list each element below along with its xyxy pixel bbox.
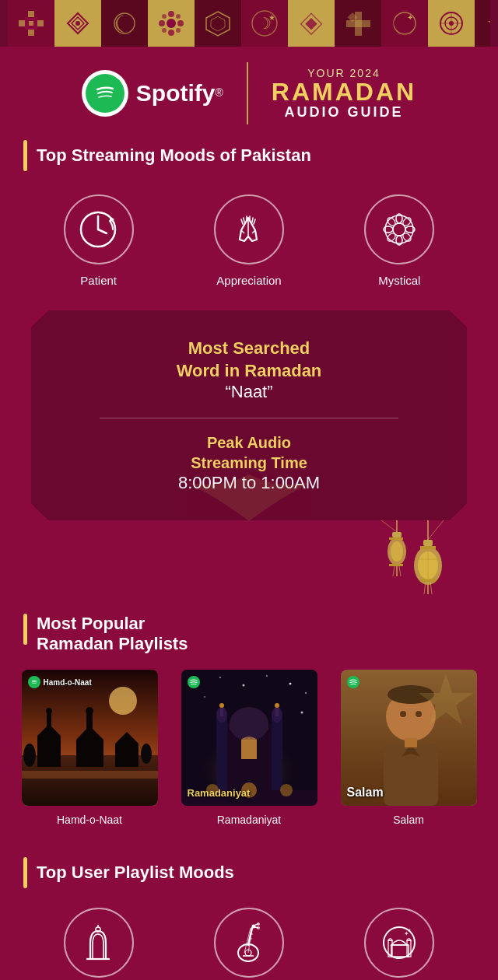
- flower-mandala-icon: [378, 208, 421, 251]
- svg-marker-18: [211, 16, 225, 31]
- playlist-item-salam[interactable]: Salam Salam: [338, 670, 479, 826]
- top-border: ☽ ★ ✦: [0, 0, 498, 47]
- mood-icon-mystical-circle: [364, 194, 434, 264]
- svg-rect-117: [241, 740, 257, 759]
- svg-point-104: [300, 712, 303, 714]
- svg-point-112: [219, 703, 224, 708]
- center-card: Most SearchedWord in Ramadan “Naat” Peak…: [31, 310, 467, 520]
- svg-point-140: [252, 924, 256, 928]
- svg-rect-130: [405, 738, 417, 747]
- svg-point-72: [391, 541, 403, 562]
- tile-icon-6: ☽ ★: [249, 8, 280, 39]
- hamd-cover-art: [22, 670, 158, 806]
- playlists-heading-block: Most Popular Ramadan Playlists: [0, 598, 498, 670]
- mood-icon-patient-circle: [64, 194, 134, 264]
- user-mood-item-soothing: Soothing: [214, 908, 284, 980]
- tile-icon-5: [205, 10, 232, 37]
- svg-rect-70: [389, 537, 403, 540]
- user-moods-heading: Top User Playlist Moods: [23, 857, 475, 888]
- tile-icon-11: [485, 10, 491, 37]
- ramadaniyat-cover-label: Ramadaniyat: [188, 787, 251, 799]
- svg-rect-84: [47, 712, 51, 728]
- svg-point-89: [86, 707, 93, 715]
- svg-line-78: [399, 566, 401, 576]
- svg-point-9: [168, 11, 174, 17]
- svg-rect-88: [86, 712, 93, 730]
- guide-ramadan: RAMADAN: [272, 79, 416, 104]
- user-mood-icon-peaceful-circle: ✦ ✦: [364, 908, 434, 978]
- svg-line-39: [98, 229, 107, 233]
- tile-icon-3: [111, 10, 139, 37]
- mood-item-mystical: Mystical: [364, 194, 434, 287]
- mood-label-patient: Patient: [80, 274, 117, 287]
- svg-point-10: [168, 30, 174, 36]
- svg-rect-25: [346, 20, 370, 27]
- svg-text:✦: ✦: [407, 13, 413, 22]
- tile-icon-1: [16, 8, 47, 39]
- svg-point-13: [162, 14, 167, 19]
- svg-point-28: [394, 16, 408, 30]
- user-mood-icon-soft-circle: [64, 908, 134, 978]
- playlist-item-hamd[interactable]: Hamd-o-Naat Hamd-o-Naat: [19, 670, 160, 826]
- playlist-cover-salam: Salam: [341, 670, 477, 806]
- spotify-icon-inner: [86, 74, 124, 113]
- svg-rect-82: [37, 736, 61, 767]
- playlist-name-hamd: Hamd-o-Naat: [57, 814, 122, 826]
- praying-hands-icon: [227, 208, 270, 251]
- svg-text:✦: ✦: [408, 928, 412, 933]
- svg-rect-71: [389, 564, 403, 566]
- svg-point-125: [400, 711, 406, 717]
- svg-rect-69: [392, 532, 402, 537]
- svg-rect-94: [22, 771, 158, 779]
- lanterns-svg: [366, 520, 459, 598]
- playlist-item-ramadaniyat[interactable]: Ramadaniyat Ramadaniyat: [179, 670, 319, 826]
- playlist-spotify-badge-salam: [347, 676, 359, 688]
- spotify-icon-svg: [90, 79, 120, 108]
- svg-point-101: [289, 683, 291, 685]
- svg-point-99: [242, 684, 244, 687]
- tile-icon-7: [298, 10, 325, 37]
- user-mood-icon-soothing-circle: [214, 908, 284, 978]
- svg-rect-3: [29, 21, 33, 26]
- user-mood-item-soft: Soft: [64, 908, 134, 980]
- svg-line-42: [244, 218, 244, 222]
- spotify-trademark-text: ®: [216, 86, 223, 99]
- svg-point-95: [30, 679, 37, 686]
- svg-point-14: [176, 14, 181, 19]
- user-moods-grid: Soft: [23, 908, 475, 980]
- user-moods-section: Top User Playlist Moods Soft: [0, 842, 498, 980]
- clock-icon: [77, 208, 120, 251]
- svg-point-80: [109, 687, 137, 715]
- header-divider: [247, 62, 248, 124]
- svg-rect-113: [272, 716, 282, 790]
- svg-line-60: [428, 520, 444, 540]
- playlist-name-salam: Salam: [393, 814, 424, 826]
- svg-point-144: [257, 926, 260, 929]
- svg-point-143: [257, 922, 260, 926]
- svg-line-59: [381, 520, 397, 532]
- svg-line-45: [252, 218, 253, 222]
- playlists-title-line2: Ramadan Playlists: [37, 634, 188, 654]
- top-moods-container: Patient Appreciation: [0, 187, 498, 310]
- card-searched-section: Most SearchedWord in Ramadan “Naat”: [62, 338, 436, 402]
- svg-point-12: [177, 20, 184, 26]
- salam-bottom-label: Salam: [347, 786, 384, 800]
- header: Spotify® YOUR 2024 RAMADAN AUDIO GUIDE: [0, 47, 498, 140]
- card-searched-word: “Naat”: [62, 382, 436, 402]
- tile-icon-2: [66, 12, 89, 35]
- lanterns-decoration: [0, 520, 498, 598]
- svg-rect-90: [115, 744, 139, 767]
- svg-rect-115: [275, 707, 279, 716]
- svg-point-11: [159, 20, 165, 26]
- svg-rect-22: [305, 17, 317, 30]
- mood-item-patient: Patient: [64, 194, 134, 287]
- salam-cover-label: Salam: [347, 786, 384, 799]
- mood-item-appreciation: Appreciation: [214, 194, 284, 287]
- salam-bg-pattern: [415, 670, 477, 735]
- playlist-spotify-badge-hamd: Hamd-o-Naat: [28, 676, 92, 688]
- guide-text-block: YOUR 2024 RAMADAN AUDIO GUIDE: [272, 67, 416, 121]
- card-divider: [100, 418, 398, 418]
- svg-point-121: [280, 784, 293, 796]
- guide-subtitle: AUDIO GUIDE: [272, 104, 416, 121]
- playlists-heading-text: Most Popular Ramadan Playlists: [37, 614, 188, 654]
